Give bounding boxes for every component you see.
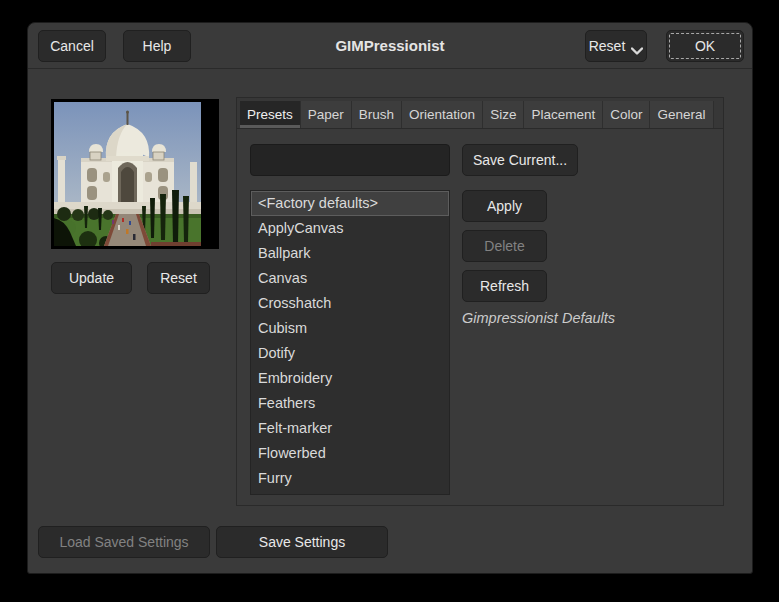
- preset-name-input[interactable]: [250, 144, 450, 176]
- preset-item[interactable]: Crosshatch: [251, 291, 449, 316]
- preview-actions: Update Reset: [51, 262, 210, 294]
- preset-item[interactable]: Ballpark: [251, 241, 449, 266]
- delete-button[interactable]: Delete: [462, 230, 547, 262]
- preset-item[interactable]: Cubism: [251, 316, 449, 341]
- preview-image: [54, 102, 201, 246]
- reset-dropdown-label: Reset: [589, 38, 626, 54]
- save-current-button[interactable]: Save Current...: [462, 144, 578, 176]
- chevron-down-icon: [631, 42, 643, 50]
- tab[interactable]: Orientation: [402, 101, 483, 128]
- refresh-button[interactable]: Refresh: [462, 270, 547, 302]
- preset-item[interactable]: Furry: [251, 466, 449, 491]
- dialog-header: Cancel Help GIMPressionist Reset OK: [28, 23, 752, 69]
- update-button[interactable]: Update: [51, 262, 132, 294]
- preset-item[interactable]: Embroidery: [251, 366, 449, 391]
- tab[interactable]: Size: [483, 101, 524, 128]
- settings-notebook: PresetsPaperBrushOrientationSizePlacemen…: [236, 97, 724, 506]
- preview-frame: [51, 99, 219, 249]
- preset-list[interactable]: <Factory defaults>ApplyCanvasBallparkCan…: [250, 190, 450, 495]
- preview-reset-button[interactable]: Reset: [147, 262, 210, 294]
- reset-dropdown-button[interactable]: Reset: [585, 30, 647, 62]
- preset-item[interactable]: ApplyCanvas: [251, 216, 449, 241]
- preset-item[interactable]: Dotify: [251, 341, 449, 366]
- preset-description: Gimpressionist Defaults: [462, 310, 642, 326]
- tab[interactable]: Presets: [240, 101, 301, 128]
- preset-actions: Apply Delete Refresh Gimpressionist Defa…: [462, 190, 642, 326]
- tab[interactable]: Paper: [301, 101, 352, 128]
- tab-bar: PresetsPaperBrushOrientationSizePlacemen…: [237, 98, 723, 129]
- preset-item[interactable]: Canvas: [251, 266, 449, 291]
- preset-item[interactable]: Felt-marker: [251, 416, 449, 441]
- apply-button[interactable]: Apply: [462, 190, 547, 222]
- tab[interactable]: Placement: [524, 101, 603, 128]
- header-right-group: Reset OK: [585, 30, 744, 62]
- load-saved-settings-button[interactable]: Load Saved Settings: [38, 526, 210, 558]
- tab[interactable]: Brush: [352, 101, 402, 128]
- gimpressionist-dialog: Cancel Help GIMPressionist Reset OK: [27, 22, 753, 574]
- save-settings-button[interactable]: Save Settings: [216, 526, 388, 558]
- ok-button[interactable]: OK: [666, 30, 744, 62]
- preset-item[interactable]: Feathers: [251, 391, 449, 416]
- preset-item[interactable]: Flowerbed: [251, 441, 449, 466]
- preset-item[interactable]: <Factory defaults>: [251, 191, 449, 216]
- cancel-button[interactable]: Cancel: [38, 30, 106, 62]
- help-button[interactable]: Help: [123, 30, 191, 62]
- tab[interactable]: General: [650, 101, 713, 128]
- tab[interactable]: Color: [603, 101, 650, 128]
